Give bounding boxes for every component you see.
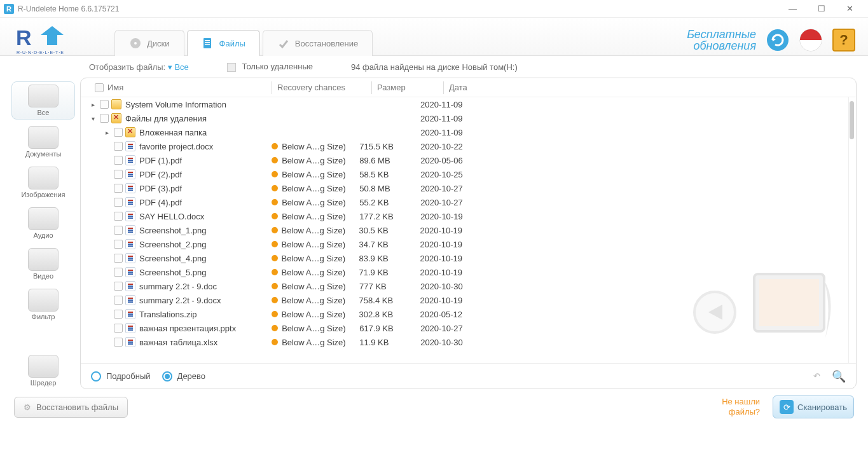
tab-recovery[interactable]: Восстановление	[263, 30, 373, 56]
row-checkbox[interactable]	[100, 100, 109, 109]
file-row[interactable]: Translations.zipBelow A…g Size)302.8 KB2…	[81, 307, 856, 321]
file-row[interactable]: PDF (4).pdfBelow A…g Size)55.2 KB2020-10…	[81, 195, 856, 209]
row-checkbox[interactable]	[114, 268, 123, 277]
expander[interactable]: ▸	[88, 101, 97, 108]
only-deleted-checkbox[interactable]	[227, 63, 236, 72]
row-checkbox[interactable]	[114, 282, 123, 291]
row-checkbox[interactable]	[114, 212, 123, 221]
col-recovery-label[interactable]: Recovery chances	[277, 83, 366, 92]
file-name: Screenshot_4.png	[139, 254, 207, 263]
date-cell: 2020-10-19	[420, 240, 497, 249]
language-icon[interactable]	[799, 29, 822, 52]
file-row[interactable]: ▸Вложенная папка2020-11-09	[81, 125, 856, 139]
expander[interactable]: ▸	[102, 129, 111, 136]
file-name: PDF (3).pdf	[139, 184, 182, 193]
row-checkbox[interactable]	[114, 324, 123, 333]
row-checkbox[interactable]	[114, 142, 123, 151]
refresh-icon[interactable]	[766, 29, 789, 52]
row-checkbox[interactable]	[114, 240, 123, 249]
tab-disks[interactable]: Диски	[114, 30, 184, 56]
rail-images[interactable]: Изображения	[11, 164, 75, 201]
row-checkbox[interactable]	[114, 184, 123, 193]
rail-shredder[interactable]: Шредер	[11, 352, 75, 389]
maximize-button[interactable]: ☐	[807, 0, 836, 18]
view-tree[interactable]: Дерево	[162, 371, 205, 382]
file-row[interactable]: важная таблица.xlsxBelow A…g Size)11.9 K…	[81, 335, 856, 349]
undo-icon[interactable]: ↶	[813, 371, 820, 381]
rail-filter[interactable]: Фильтр	[11, 286, 75, 323]
recovery-dot	[272, 199, 278, 205]
row-checkbox[interactable]	[100, 114, 109, 123]
rail-audio[interactable]: Аудио	[11, 205, 75, 242]
file-row[interactable]: summary 2.2t - 9.docBelow A…g Size)777 K…	[81, 279, 856, 293]
row-checkbox[interactable]	[114, 338, 123, 347]
close-button[interactable]: ✕	[836, 0, 864, 18]
file-row[interactable]: favorite project.docxBelow A…g Size)715.…	[81, 139, 856, 153]
file-row[interactable]: Screenshot_2.pngBelow A…g Size)34.7 KB20…	[81, 237, 856, 251]
size-cell: 777 KB	[359, 282, 420, 291]
date-cell: 2020-10-22	[420, 142, 497, 151]
help-button[interactable]: ?	[832, 29, 855, 52]
status-text: 94 файла найдены на диске Новый том(H:)	[351, 62, 518, 72]
row-checkbox[interactable]	[114, 226, 123, 235]
date-cell: 2020-10-19	[420, 268, 497, 277]
col-date-label[interactable]: Дата	[449, 83, 525, 92]
file-row[interactable]: Screenshot_1.pngBelow A…g Size)30.5 KB20…	[81, 223, 856, 237]
file-name: Файлы для удаления	[125, 114, 207, 123]
size-cell: 302.8 KB	[359, 310, 420, 319]
recovery-cell: Below A…g Size)	[272, 170, 359, 179]
row-checkbox[interactable]	[114, 296, 123, 305]
recover-button[interactable]: ⚙ Восстановить файлы	[14, 397, 128, 418]
only-deleted-control[interactable]: Только удаленные	[227, 62, 313, 72]
date-cell: 2020-11-09	[420, 114, 497, 123]
show-files-control[interactable]: Отобразить файлы: ▾ Все	[89, 62, 189, 72]
file-row[interactable]: SAY HELLO.docxBelow A…g Size)177.2 KB202…	[81, 209, 856, 223]
row-checkbox[interactable]	[114, 128, 123, 137]
file-row[interactable]: Screenshot_5.pngBelow A…g Size)71.9 KB20…	[81, 265, 856, 279]
file-row[interactable]: важная презентация.pptxBelow A…g Size)61…	[81, 321, 856, 335]
radio-tree[interactable]	[162, 371, 172, 382]
expander[interactable]: ▾	[88, 115, 97, 122]
col-size-label[interactable]: Размер	[377, 83, 438, 92]
file-name: важная презентация.pptx	[139, 324, 236, 333]
file-row[interactable]: PDF (1).pdfBelow A…g Size)89.6 MB2020-05…	[81, 153, 856, 167]
view-detailed[interactable]: Подробный	[91, 371, 151, 382]
size-cell: 34.7 KB	[359, 240, 420, 249]
rail-docs[interactable]: Документы	[11, 123, 75, 160]
file-icon	[125, 225, 135, 235]
recovery-cell: Below A…g Size)	[272, 282, 359, 291]
updates-link[interactable]: Бесплатные обновления	[687, 29, 756, 52]
row-checkbox[interactable]	[114, 310, 123, 319]
file-row[interactable]: PDF (3).pdfBelow A…g Size)50.8 MB2020-10…	[81, 181, 856, 195]
app-logo: RR·U·N·D·E·L·E·T·E	[13, 24, 76, 55]
row-checkbox[interactable]	[114, 254, 123, 263]
file-row[interactable]: summary 2.2t - 9.docxBelow A…g Size)758.…	[81, 293, 856, 307]
date-cell: 2020-10-19	[420, 226, 497, 235]
tab-files[interactable]: Файлы	[187, 30, 260, 56]
row-checkbox[interactable]	[114, 156, 123, 165]
file-row[interactable]: ▸System Volume Information2020-11-09	[81, 97, 856, 111]
row-checkbox[interactable]	[114, 170, 123, 179]
scrollbar[interactable]	[848, 97, 855, 363]
file-row[interactable]: PDF (2).pdfBelow A…g Size)58.5 KB2020-10…	[81, 167, 856, 181]
col-name-label[interactable]: Имя	[107, 83, 123, 92]
recovery-dot	[272, 227, 278, 233]
file-row[interactable]: Screenshot_4.pngBelow A…g Size)83.9 KB20…	[81, 251, 856, 265]
radio-detailed[interactable]	[91, 371, 101, 382]
recovery-text: Below A…g Size)	[282, 268, 345, 277]
search-icon[interactable]: 🔍	[832, 369, 846, 383]
file-name: важная таблица.xlsx	[139, 338, 217, 347]
file-row[interactable]: ▾Файлы для удаления2020-11-09	[81, 111, 856, 125]
minimize-button[interactable]: —	[778, 0, 807, 18]
rail-all[interactable]: Все	[11, 81, 75, 120]
folder-icon	[111, 99, 121, 109]
scan-button[interactable]: ⟳ Сканировать	[773, 396, 854, 418]
file-name: SAY HELLO.docx	[139, 212, 204, 221]
file-name: favorite project.docx	[139, 142, 213, 151]
select-all-checkbox[interactable]	[95, 83, 104, 92]
bottom-bar: ⚙ Восстановить файлы Не нашли файлы? ⟳ С…	[0, 389, 868, 418]
row-checkbox[interactable]	[114, 198, 123, 207]
view-tree-label: Дерево	[177, 371, 205, 381]
rail-video[interactable]: Видео	[11, 245, 75, 282]
file-icon	[125, 295, 135, 305]
